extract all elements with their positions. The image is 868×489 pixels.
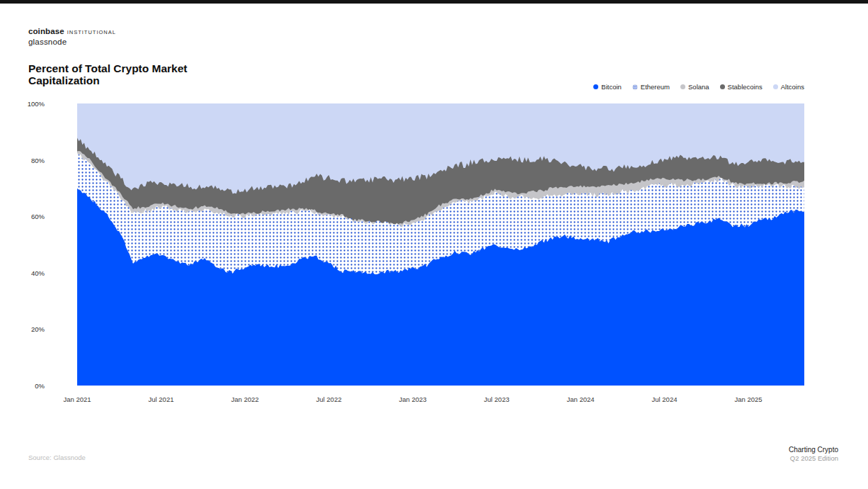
legend-label: Bitcoin	[601, 83, 622, 91]
x-axis-tick-label: Jan 2024	[566, 395, 594, 403]
chart-legend: BitcoinEthereumSolanaStablecoinsAltcoins	[593, 83, 804, 91]
legend-label: Altcoins	[781, 83, 804, 91]
edition-note: Charting Crypto Q2 2025 Edition	[789, 446, 838, 463]
page-title: Percent of Total Crypto Market Capitaliz…	[28, 63, 205, 86]
x-axis-tick-label: Jul 2021	[149, 395, 174, 403]
institutional-label: INSTITUTIONAL	[67, 29, 116, 35]
edition-title: Charting Crypto	[789, 446, 838, 454]
x-axis-tick-label: Jan 2022	[231, 395, 258, 403]
legend-label: Stablecoins	[728, 83, 763, 91]
y-axis-tick-label: 100%	[0, 100, 45, 108]
legend-label: Solana	[688, 83, 709, 91]
legend-item-ethereum: Ethereum	[632, 83, 670, 91]
x-axis-tick-label: Jan 2023	[399, 395, 426, 403]
solana-swatch-icon	[680, 84, 685, 89]
x-axis-tick-label: Jul 2022	[316, 395, 342, 403]
x-axis-tick-label: Jan 2021	[63, 395, 91, 403]
y-axis-tick-label: 60%	[0, 213, 45, 220]
legend-item-solana: Solana	[680, 83, 709, 91]
y-axis-tick-label: 80%	[0, 157, 45, 164]
glassnode-wordmark: glassnode	[28, 38, 116, 46]
chart-plot-area	[77, 103, 804, 386]
brand-logo: coinbaseINSTITUTIONAL glassnode	[28, 26, 116, 46]
bitcoin-swatch-icon	[593, 84, 598, 89]
x-axis-tick-label: Jul 2024	[652, 395, 678, 403]
altcoins-swatch-icon	[773, 84, 778, 89]
top-accent-bar	[0, 0, 868, 4]
legend-label: Ethereum	[641, 83, 670, 91]
coinbase-wordmark: coinbase	[28, 27, 64, 35]
x-axis-tick-label: Jan 2025	[734, 395, 762, 403]
legend-item-altcoins: Altcoins	[773, 83, 804, 91]
legend-item-stablecoins: Stablecoins	[720, 83, 763, 91]
y-axis-tick-label: 0%	[0, 382, 45, 390]
stacked-area-chart	[77, 103, 804, 386]
y-axis-tick-label: 40%	[0, 269, 45, 277]
legend-item-bitcoin: Bitcoin	[593, 83, 622, 91]
edition-subtitle: Q2 2025 Edition	[789, 454, 838, 463]
y-axis-tick-label: 20%	[0, 325, 45, 333]
ethereum-swatch-icon	[632, 84, 638, 90]
stablecoins-swatch-icon	[720, 84, 725, 89]
source-note: Source: Glassnode	[28, 454, 86, 461]
x-axis-tick-label: Jul 2023	[484, 395, 510, 403]
